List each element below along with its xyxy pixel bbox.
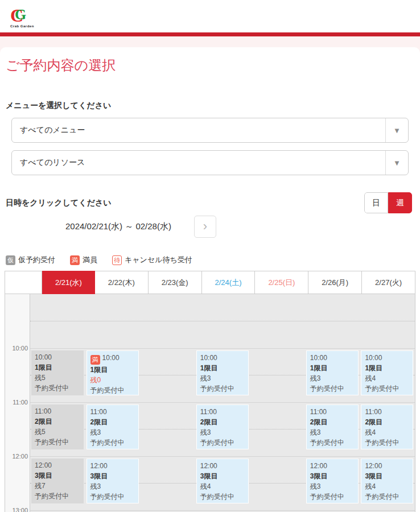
event-cell-day3-slot1[interactable]: 11:002限目残3予約受付中: [196, 404, 249, 449]
event-remaining: 残4: [365, 373, 409, 383]
legend: 仮 仮予約受付 満 満員 待 キャンセル待ち受付: [6, 255, 420, 265]
event-status: 予約受付中: [200, 492, 245, 502]
event-time: 11:00: [310, 407, 355, 417]
date-range: 2024/02/21(水) ～ 02/28(水): [65, 221, 171, 232]
event-cell-day0-slot2[interactable]: 12:003限目残7予約受付中: [31, 459, 84, 503]
event-time: 10:00: [310, 353, 355, 363]
event-status: 予約受付中: [365, 492, 409, 502]
event-time: 10:00: [200, 353, 245, 363]
datetime-label: 日時をクリックしてください: [6, 198, 112, 208]
event-time: 12:00: [35, 460, 80, 470]
chevron-right-icon: ›: [203, 219, 207, 233]
event-cell-day5-slot2[interactable]: 12:003限目残3予約受付中: [306, 459, 359, 503]
legend-waitlist-label: キャンセル待ち受付: [125, 255, 192, 265]
event-title: 1限目: [35, 362, 80, 373]
time-label: 12:00: [5, 453, 28, 460]
event-title: 1限目: [365, 363, 409, 373]
event-cell-day5-slot1[interactable]: 11:002限目残3予約受付中: [306, 404, 359, 449]
event-title: 3限目: [365, 471, 409, 481]
event-cell-day1-slot0[interactable]: 満10:001限目残0予約受付中: [87, 350, 139, 395]
day-view-button[interactable]: 日: [364, 192, 388, 213]
event-remaining: 残3: [310, 373, 355, 383]
day-header-2-24[interactable]: 2/24(土): [202, 271, 256, 294]
event-cell-day3-slot2[interactable]: 12:003限目残4予約受付中: [196, 459, 249, 503]
event-title: 1限目: [310, 363, 355, 373]
menu-select[interactable]: すべてのメニュー ▼: [11, 118, 409, 143]
full-badge-icon: 満: [70, 255, 80, 265]
day-header-2-23[interactable]: 2/23(金): [149, 271, 202, 294]
event-status: 予約受付中: [365, 383, 409, 394]
event-status: 予約受付中: [90, 492, 135, 502]
logo[interactable]: CG Crab Garden: [10, 5, 34, 28]
day-header-2-21[interactable]: 2/21(水): [42, 271, 95, 294]
legend-provisional-label: 仮予約受付: [18, 255, 55, 265]
event-remaining: 残0: [90, 375, 135, 385]
event-cell-day1-slot2[interactable]: 12:003限目残3予約受付中: [87, 459, 139, 503]
event-title: 3限目: [35, 470, 80, 481]
event-time: 12:00: [365, 461, 409, 471]
event-time: 12:00: [90, 461, 135, 471]
calendar-header-gutter: [5, 271, 42, 294]
event-remaining: 残4: [365, 481, 409, 492]
event-cell-day5-slot0[interactable]: 10:001限目残3予約受付中: [306, 350, 359, 395]
event-cell-day6-slot0[interactable]: 10:001限目残4予約受付中: [361, 350, 413, 395]
event-remaining: 残3: [90, 481, 135, 492]
event-title: 3限目: [90, 471, 135, 481]
event-status: 予約受付中: [310, 492, 355, 502]
event-time: 12:00: [310, 461, 355, 471]
event-remaining: 残3: [310, 481, 355, 492]
event-title: 2限目: [200, 417, 245, 427]
legend-full-label: 満員: [83, 255, 97, 265]
week-view-button[interactable]: 週: [388, 192, 412, 213]
event-remaining: 残3: [200, 427, 245, 437]
event-time: 満10:00: [90, 353, 135, 365]
event-status: 予約受付中: [35, 383, 80, 393]
day-header-2-22[interactable]: 2/22(木): [95, 271, 149, 294]
event-cell-day0-slot1[interactable]: 11:002限目残5予約受付中: [31, 404, 84, 449]
day-header-2-25[interactable]: 2/25(日): [255, 271, 308, 294]
content-card: ご予約内容の選択 メニューを選択してください すべてのメニュー ▼ すべてのリソ…: [0, 47, 420, 512]
event-time: 11:00: [365, 407, 409, 417]
resource-select-value: すべてのリソース: [20, 158, 85, 168]
event-title: 2限目: [90, 417, 135, 427]
event-cell-day6-slot2[interactable]: 12:003限目残4予約受付中: [361, 459, 413, 503]
event-time: 10:00: [365, 353, 409, 363]
event-status: 予約受付中: [35, 437, 80, 447]
event-status: 予約受付中: [90, 385, 135, 395]
logo-letter-g: G: [15, 6, 26, 23]
event-cell-day1-slot1[interactable]: 11:002限目残3予約受付中: [87, 404, 139, 449]
time-label: 10:00: [5, 345, 28, 352]
chevron-down-icon: ▼: [385, 118, 408, 142]
event-status: 予約受付中: [200, 437, 245, 448]
calendar-header-row: 2/21(水)2/22(木)2/23(金)2/24(土)2/25(日)2/26(…: [5, 271, 415, 294]
chevron-down-icon: ▼: [385, 151, 408, 175]
event-title: 2限目: [365, 417, 409, 427]
event-status: 予約受付中: [310, 383, 355, 394]
hour-gridline: [30, 510, 415, 511]
event-remaining: 残7: [35, 481, 80, 491]
accent-bar: [0, 32, 420, 36]
event-cell-day6-slot1[interactable]: 11:002限目残4予約受付中: [361, 404, 413, 449]
event-time: 11:00: [35, 406, 80, 416]
day-header-2-27[interactable]: 2/27(火): [362, 271, 415, 294]
waitlist-badge-icon: 待: [112, 255, 122, 265]
event-title: 3限目: [200, 471, 245, 481]
menu-select-value: すべてのメニュー: [20, 125, 85, 135]
next-week-button[interactable]: ›: [194, 216, 216, 238]
event-status: 予約受付中: [90, 437, 135, 448]
hour-gridline: [30, 348, 415, 349]
hour-gridline: [30, 456, 415, 457]
day-header-2-26[interactable]: 2/26(月): [308, 271, 362, 294]
event-time: 12:00: [200, 461, 245, 471]
resource-select[interactable]: すべてのリソース ▼: [11, 150, 409, 175]
event-time: 11:00: [200, 407, 245, 417]
event-cell-day0-slot0[interactable]: 10:001限目残5予約受付中: [31, 350, 84, 395]
legend-full: 満 満員: [70, 255, 97, 265]
event-status: 予約受付中: [365, 437, 409, 448]
event-time: 10:00: [35, 352, 80, 362]
event-title: 2限目: [35, 416, 80, 427]
event-cell-day3-slot0[interactable]: 10:001限目残3予約受付中: [196, 350, 249, 395]
event-remaining: 残5: [35, 373, 80, 383]
menu-select-label: メニューを選択してください: [0, 75, 420, 118]
event-status: 予約受付中: [310, 437, 355, 448]
